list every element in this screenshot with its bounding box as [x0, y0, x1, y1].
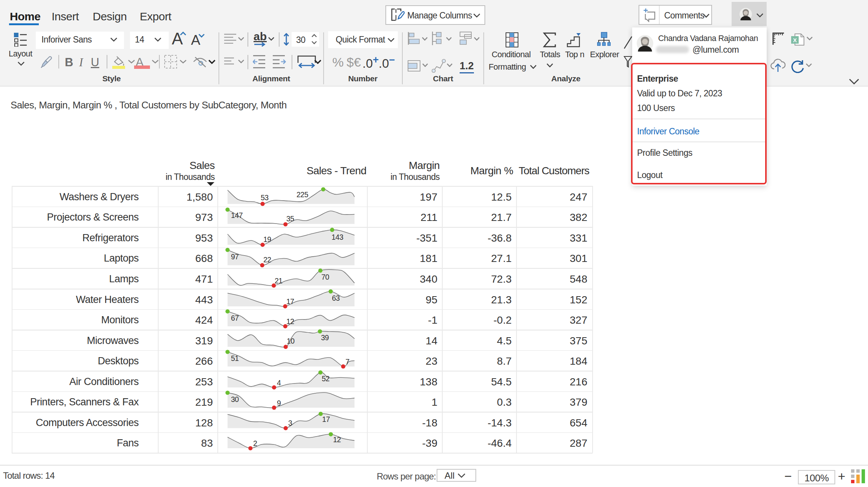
svg-text:X: X — [793, 37, 797, 43]
